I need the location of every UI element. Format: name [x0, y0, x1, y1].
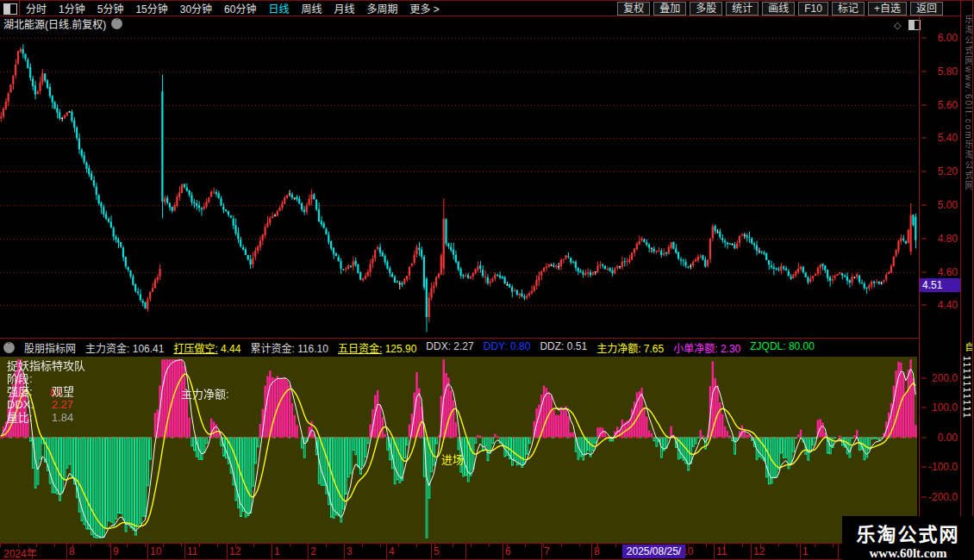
toolbar-button[interactable]: F10: [798, 2, 828, 16]
indicator-header: ˇ 股朋指标网 主力资金: 106.41 打压做空: 4.44 累计资金: 11…: [0, 338, 919, 357]
strip-gray-text: 乐淘公式网www.60lt.com乐淘公式网: [962, 15, 973, 192]
ddx-value: 2.27: [52, 398, 73, 411]
indicator-kv: 累计资金: 116.10: [250, 340, 328, 355]
indicator-kv: 小单净额: 2.30: [673, 340, 740, 355]
price-axis-label: 5.60: [938, 99, 958, 111]
zhuli-overlay-label: 主力净额:: [181, 385, 229, 401]
strength-value: 观望: [52, 385, 74, 398]
indicator-kv-value: 0.51: [567, 340, 587, 352]
ddx-row: DDX:2.27: [7, 398, 85, 411]
indicator-axis-label: -200.0: [928, 491, 958, 503]
month-label: 6: [505, 545, 511, 557]
period-tab[interactable]: 1分钟: [59, 1, 85, 16]
period-tab[interactable]: 分时: [26, 1, 47, 16]
indicator-kv: DDZ: 0.51: [540, 340, 587, 355]
indicator-kv-value: 2.30: [721, 343, 740, 355]
month-label: 8: [69, 545, 75, 557]
toolbar-button[interactable]: 返回: [910, 2, 943, 16]
indicator-kv-label: 小单净额:: [673, 343, 717, 355]
indicator-kv-label: 打压做空:: [173, 343, 217, 355]
date-axis: 2024年 8 9 10 11: [0, 543, 974, 559]
month-gridline: [66, 544, 67, 559]
month-gridline: [431, 544, 432, 559]
month-gridline: [344, 544, 345, 559]
month-gridline: [751, 544, 752, 559]
stock-title: 湖北能源(日线.前复权): [3, 16, 106, 31]
indicator-kv: 主力净额: 7.65: [596, 340, 664, 355]
indicator-brand: 股朋指标网: [24, 340, 76, 355]
month-label: 12: [229, 545, 240, 557]
price-axis-label: 5.80: [938, 65, 958, 78]
period-tab[interactable]: 月线: [334, 1, 355, 16]
month-label: 1: [802, 545, 809, 557]
layout-split-icon[interactable]: [3, 3, 17, 15]
month-label: 4: [389, 545, 395, 557]
collapse-chevron-icon[interactable]: ˇ: [3, 342, 15, 353]
month-gridline: [800, 544, 801, 559]
indicator-kv-label: DDZ:: [540, 340, 564, 352]
period-tab[interactable]: 60分钟: [224, 1, 256, 16]
axis-tick: [921, 205, 927, 206]
axis-tick: [921, 496, 927, 497]
candlestick-chart[interactable]: [0, 32, 917, 338]
month-label: 9: [113, 545, 119, 557]
indicator-kv-label: 主力资金:: [85, 343, 129, 355]
indicator-kv-value: 106.41: [133, 343, 165, 355]
month-label: 11: [187, 545, 197, 557]
axis-tick: [921, 38, 927, 39]
period-tab[interactable]: 5分钟: [97, 1, 124, 16]
indicator-axis-label: -100.0: [928, 461, 958, 473]
period-tabs: 分时 1分钟 5分钟 15分钟 30分钟 60分钟 日线 周线 月线 多周期 更…: [26, 1, 440, 16]
indicator-kv: 主力资金: 106.41: [85, 340, 164, 355]
month-label: 12: [753, 545, 765, 557]
axis-tick: [921, 437, 927, 438]
period-tab[interactable]: 30分钟: [180, 1, 212, 16]
month-gridline: [714, 544, 715, 559]
month-gridline: [465, 544, 466, 559]
price-axis-label: 4.80: [938, 233, 958, 245]
period-tab[interactable]: 日线: [268, 1, 289, 16]
month-label: 10: [150, 545, 161, 557]
month-label: 3: [347, 545, 353, 557]
period-tab[interactable]: 15分钟: [135, 1, 167, 16]
indicator-kv-label: DDX:: [426, 340, 451, 352]
diamond-icon[interactable]: ◇: [894, 20, 901, 31]
indicator-kv-label: 五日资金:: [338, 343, 382, 355]
month-gridline: [227, 544, 228, 559]
price-axis-label: 6.00: [938, 32, 958, 44]
indicator-kv-value: 0.80: [510, 340, 530, 352]
toolbar-button[interactable]: 标记: [832, 2, 865, 16]
month-gridline: [541, 544, 542, 559]
axis-tick: [921, 271, 927, 272]
period-tab[interactable]: 多周期: [367, 1, 398, 16]
period-tab[interactable]: 周线: [301, 1, 322, 16]
month-label: 11: [716, 545, 727, 557]
toolbar-button[interactable]: 叠加: [653, 2, 686, 16]
right-edge-strip[interactable]: 乐淘公式网www.60lt.com乐淘公式网 自 1111111111: [960, 1, 973, 560]
indicator-kv-label: ZJQDL:: [750, 340, 785, 352]
stage-row: 阶段:: [7, 372, 85, 385]
month-gridline: [147, 544, 148, 559]
current-price-tag: 4.51: [920, 278, 962, 292]
toolbar-button[interactable]: 画线: [762, 2, 795, 16]
axis-tick: [921, 305, 927, 306]
axis-tick: [921, 238, 927, 239]
month-gridline: [838, 544, 839, 559]
month-gridline: [272, 544, 272, 559]
axis-tick: [921, 104, 927, 105]
indicator-kv: DDX: 2.27: [426, 340, 473, 355]
watermark-url: www.60lt.com: [842, 546, 974, 560]
toolbar-button[interactable]: 复权: [617, 2, 650, 16]
stock-app-window: 分时 1分钟 5分钟 15分钟 30分钟 60分钟 日线 周线 月线 多周期 更…: [0, 0, 974, 560]
cursor-date-tag: 2025/08/25/—: [622, 544, 685, 558]
month-gridline: [308, 544, 309, 559]
indicator-kv-value: 80.00: [789, 340, 815, 352]
watermark-site-name: 乐淘公式网: [842, 519, 974, 546]
toolbar-button[interactable]: 统计: [726, 2, 759, 16]
chevron-down-icon[interactable]: ˇ: [111, 18, 122, 29]
toolbar-button[interactable]: 多股: [690, 2, 722, 16]
month-label: 2024年: [3, 545, 37, 560]
month-gridline: [184, 544, 185, 559]
period-tab[interactable]: 更多 >: [410, 1, 440, 16]
toolbar-button[interactable]: +自选: [868, 2, 907, 16]
